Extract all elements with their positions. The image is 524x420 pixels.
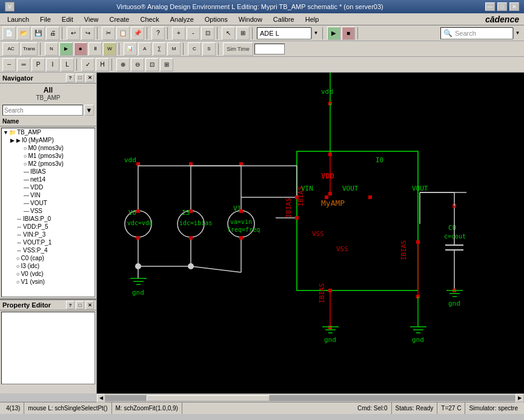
tb-hierarchy[interactable]: H — [96, 58, 109, 71]
scroll-left-btn[interactable]: ◀ — [97, 394, 105, 402]
tb-ac[interactable]: AC — [2, 42, 19, 56]
tb-results[interactable]: 📊 — [124, 42, 137, 56]
schematic-canvas[interactable]: vdd I0 VDD IBIAS VIN VOUT MyAMP VSS — [97, 73, 524, 393]
tree-item[interactable]: ○M0 (nmos3v) — [2, 144, 95, 152]
sim-time-input[interactable] — [254, 44, 285, 54]
search-icon: 🔍 — [443, 29, 453, 38]
tb-simulate[interactable]: ▶ — [59, 42, 73, 56]
tb-add-pin[interactable]: P — [32, 58, 45, 71]
pe-help-btn[interactable]: ? — [66, 301, 75, 309]
tb-cut[interactable]: ✂ — [102, 27, 115, 40]
svg-rect-89 — [416, 240, 420, 244]
tb-add-label[interactable]: L — [61, 58, 74, 71]
ade-combo[interactable]: ADE L — [257, 27, 311, 39]
tree-item[interactable]: —net14 — [2, 176, 95, 183]
tb-calculator[interactable]: ∑ — [153, 42, 166, 56]
tree-item[interactable]: ↔VOUT:P_1 — [2, 238, 95, 246]
nav-tree[interactable]: ▼📁TB_AMP▶▶I0 (MyAMP)○M0 (nmos3v)○M1 (pmo… — [1, 128, 95, 297]
tb-zoom-in2[interactable]: ⊕ — [116, 58, 130, 71]
tb-fit[interactable]: ⊡ — [201, 27, 214, 40]
navigator-close-btn[interactable]: ✕ — [85, 74, 94, 82]
tb-help[interactable]: ? — [151, 27, 165, 40]
menu-view[interactable]: View — [79, 15, 104, 24]
tb-corners[interactable]: C — [188, 42, 201, 56]
tb-redo[interactable]: ↪ — [81, 27, 95, 40]
tb-select[interactable]: ↖ — [222, 27, 235, 40]
tb-paste[interactable]: 📌 — [131, 27, 144, 40]
tree-item[interactable]: ↔VSS:P_4 — [2, 246, 95, 254]
tree-item[interactable]: —VDD — [2, 183, 95, 191]
tree-item[interactable]: —VSS — [2, 207, 95, 215]
h-scroll-thumb[interactable] — [147, 395, 270, 401]
menu-window[interactable]: Window — [234, 15, 267, 24]
scroll-right-btn[interactable]: ▶ — [516, 394, 524, 402]
menu-check[interactable]: Check — [135, 15, 164, 24]
tb-wire2[interactable]: ╌ — [2, 58, 16, 71]
tb-annotate[interactable]: A — [138, 42, 151, 56]
ade-combo-arrow[interactable]: ▼ — [311, 28, 320, 39]
tree-item[interactable]: ○V1 (vsin) — [2, 278, 95, 286]
pe-close-btn[interactable]: ✕ — [85, 301, 94, 309]
search-arrow[interactable]: ▼ — [513, 28, 522, 39]
tb-zoom-out2[interactable]: ⊖ — [131, 58, 144, 71]
tree-item[interactable]: —IBIAS — [2, 168, 95, 176]
maximize-button[interactable]: □ — [497, 2, 507, 11]
tree-item[interactable]: —VIN — [2, 191, 95, 199]
tb-add-instance[interactable]: I — [46, 58, 59, 71]
tree-item[interactable]: ○C0 (cap) — [2, 254, 95, 262]
tb-stop2[interactable]: ■ — [74, 42, 87, 56]
tree-item[interactable]: ○M1 (pmos3v) — [2, 152, 95, 160]
tree-item[interactable]: ○V0 (vdc) — [2, 270, 95, 278]
menu-calibre[interactable]: Calibre — [268, 15, 299, 24]
tb-stop[interactable]: ■ — [342, 27, 355, 40]
tb-trans[interactable]: Trans — [21, 42, 38, 56]
navigator-float-btn[interactable]: □ — [76, 74, 84, 82]
tree-toggle[interactable]: ▶ — [10, 137, 16, 143]
tb-new[interactable]: 📄 — [2, 27, 16, 40]
menu-options[interactable]: Options — [200, 15, 233, 24]
tb-zoom-window[interactable]: ⊞ — [160, 58, 173, 71]
tb-output[interactable]: W — [103, 42, 116, 56]
svg-text:MyAMP: MyAMP — [321, 199, 345, 208]
tree-item[interactable]: ▼📁TB_AMP — [2, 128, 95, 136]
tb-wire[interactable]: ⊞ — [236, 27, 250, 40]
tree-item[interactable]: ↔IBIAS:P_0 — [2, 215, 95, 223]
tb-pause[interactable]: ⏸ — [88, 42, 102, 56]
nav-search-input[interactable] — [2, 105, 83, 116]
search-input[interactable]: 🔍 Search — [440, 27, 513, 39]
tree-item[interactable]: ○I3 (idc) — [2, 262, 95, 270]
close-button[interactable]: ✕ — [509, 2, 519, 11]
tb-undo[interactable]: ↩ — [67, 27, 80, 40]
tree-item[interactable]: ↔VIN:P_3 — [2, 231, 95, 238]
menu-create[interactable]: Create — [104, 15, 134, 24]
tree-item[interactable]: ↔VDD:P_5 — [2, 223, 95, 231]
tree-toggle[interactable]: ▼ — [3, 130, 9, 136]
tree-item[interactable]: —VOUT — [2, 199, 95, 207]
tb-print[interactable]: 🖨 — [46, 27, 59, 40]
tb-copy[interactable]: 📋 — [116, 27, 130, 40]
tb-zoom-fit2[interactable]: ⊡ — [145, 58, 159, 71]
menu-launch[interactable]: Launch — [2, 15, 34, 24]
tb-sensitivity[interactable]: S — [202, 42, 216, 56]
minimize-button[interactable]: — — [485, 2, 495, 11]
menu-help[interactable]: Help — [300, 15, 324, 24]
h-scroll-track[interactable] — [105, 395, 516, 401]
menu-file[interactable]: File — [35, 15, 56, 24]
menu-edit[interactable]: Edit — [57, 15, 78, 24]
svg-rect-40 — [189, 162, 193, 166]
navigator-help-btn[interactable]: ? — [66, 74, 75, 82]
pe-float-btn[interactable]: □ — [76, 301, 84, 309]
tree-item[interactable]: ▶▶I0 (MyAMP) — [2, 136, 95, 144]
tb-zoom-out[interactable]: - — [187, 27, 200, 40]
tb-wire-bus[interactable]: ═ — [17, 58, 30, 71]
tb-save[interactable]: 💾 — [32, 27, 45, 40]
tb-open[interactable]: 📂 — [17, 27, 30, 40]
tb-run[interactable]: ▶ — [327, 27, 340, 40]
tb-model[interactable]: M — [167, 42, 181, 56]
menu-analyze[interactable]: Analyze — [165, 15, 199, 24]
tree-item[interactable]: ○M2 (pmos3v) — [2, 160, 95, 168]
tb-zoom-in[interactable]: + — [172, 27, 185, 40]
nav-search-arrow[interactable]: ▼ — [84, 105, 94, 116]
tb-check-save[interactable]: ✓ — [81, 58, 95, 71]
tb-netlist[interactable]: N — [45, 42, 58, 56]
